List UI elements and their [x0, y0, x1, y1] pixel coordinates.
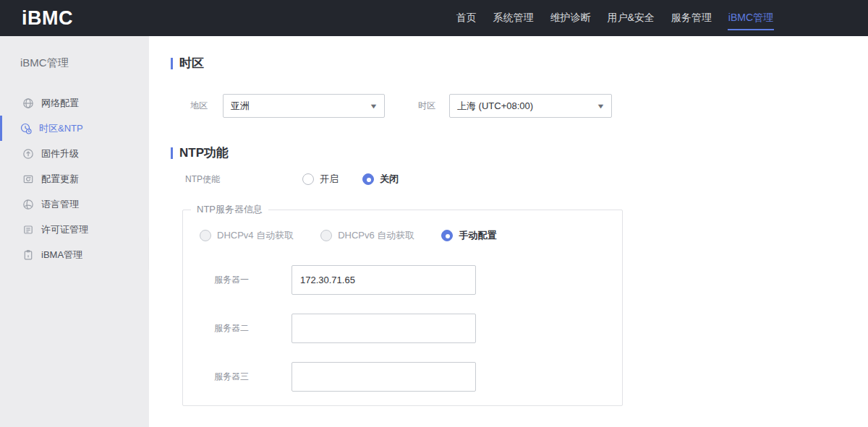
radio-icon	[362, 173, 374, 185]
server-one-input[interactable]	[292, 265, 476, 295]
ntp-enable-on-radio[interactable]: 开启	[302, 173, 339, 186]
region-select[interactable]: 亚洲 ▼	[223, 94, 385, 118]
config-update-icon	[22, 173, 34, 185]
sidebar-item-timezone-ntp[interactable]: 时区&NTP	[0, 116, 149, 141]
sidebar-item-label: 网络配置	[41, 97, 79, 110]
timezone-section-header: 时区	[171, 55, 868, 72]
region-label: 地区	[190, 100, 223, 112]
server-two-row: 服务器二	[214, 314, 622, 343]
sidebar-item-config-update[interactable]: 配置更新	[0, 166, 149, 191]
sidebar-item-label: 许可证管理	[41, 223, 88, 236]
ntp-mode-row: DHCPv4 自动获取 DHCPv6 自动获取 手动配置	[200, 229, 622, 242]
server-two-input[interactable]	[292, 314, 476, 343]
sidebar-item-label: 语言管理	[41, 198, 79, 211]
sidebar-item-label: 时区&NTP	[39, 122, 83, 135]
ibmc-logo: iBMC	[22, 7, 73, 30]
ntp-enable-row: NTP使能 开启 关闭	[185, 173, 868, 186]
server-three-label: 服务器三	[214, 371, 292, 383]
timezone-label: 时区	[418, 100, 449, 112]
timezone-selected-value: 上海 (UTC+08:00)	[457, 100, 533, 113]
ntp-enable-label: NTP使能	[185, 173, 302, 186]
server-three-input[interactable]	[292, 362, 476, 392]
top-bar: iBMC 首页 系统管理 维护诊断 用户&安全 服务管理 iBMC管理	[0, 0, 868, 36]
top-navigation: 首页 系统管理 维护诊断 用户&安全 服务管理 iBMC管理	[455, 0, 774, 36]
sidebar-item-label: 固件升级	[41, 147, 79, 160]
radio-label: 手动配置	[459, 229, 496, 242]
radio-label: 关闭	[380, 173, 399, 186]
network-globe-icon	[22, 98, 34, 109]
sidebar-item-ibma-management[interactable]: iBMA管理	[0, 242, 149, 267]
server-one-row: 服务器一	[214, 265, 622, 295]
main-content: 时区 地区 亚洲 ▼ 时区 上海 (UTC+08:00) ▼ NTP功能 NTP…	[149, 36, 868, 427]
timezone-select[interactable]: 上海 (UTC+08:00) ▼	[449, 94, 612, 118]
server-three-row: 服务器三	[214, 362, 622, 392]
nav-item-system[interactable]: 系统管理	[492, 0, 534, 36]
manual-config-radio[interactable]: 手动配置	[441, 229, 496, 242]
ntp-section-header: NTP功能	[171, 145, 868, 161]
ntp-section-title: NTP功能	[179, 145, 229, 161]
sidebar: iBMC管理 网络配置 时区&NTP	[0, 36, 149, 427]
radio-label: 开启	[320, 173, 339, 186]
sidebar-item-language-management[interactable]: 语言管理	[0, 191, 149, 217]
timezone-form-row: 地区 亚洲 ▼ 时区 上海 (UTC+08:00) ▼	[190, 94, 868, 118]
sidebar-title: iBMC管理	[20, 56, 149, 70]
nav-item-services[interactable]: 服务管理	[671, 0, 712, 36]
nav-item-user-security[interactable]: 用户&安全	[606, 0, 655, 36]
sidebar-menu: 网络配置 时区&NTP 固件升级	[0, 90, 149, 267]
chevron-down-icon: ▼	[596, 103, 605, 110]
ibma-icon	[22, 249, 34, 261]
region-selected-value: 亚洲	[231, 100, 250, 113]
sidebar-item-network-config[interactable]: 网络配置	[0, 90, 149, 116]
nav-item-ibmc-management[interactable]: iBMC管理	[728, 0, 774, 36]
timezone-section-title: 时区	[179, 55, 204, 72]
ntp-server-info-legend: NTP服务器信息	[191, 203, 268, 216]
ntp-enable-off-radio[interactable]: 关闭	[362, 173, 399, 186]
radio-icon	[320, 230, 332, 241]
radio-icon	[302, 173, 314, 185]
radio-icon	[200, 230, 211, 241]
ntp-server-info-group: NTP服务器信息 DHCPv4 自动获取 DHCPv6 自动获取 手动配置 服务…	[182, 203, 623, 406]
section-accent-bar	[171, 58, 173, 69]
radio-label: DHCPv4 自动获取	[217, 229, 294, 242]
nav-item-home[interactable]: 首页	[455, 0, 477, 36]
sidebar-item-firmware-upgrade[interactable]: 固件升级	[0, 141, 149, 166]
language-icon	[22, 199, 34, 210]
server-two-label: 服务器二	[214, 322, 292, 335]
sidebar-item-label: iBMA管理	[41, 249, 82, 262]
dhcpv4-auto-radio[interactable]: DHCPv4 自动获取	[200, 229, 294, 242]
radio-label: DHCPv6 自动获取	[338, 229, 414, 242]
firmware-upgrade-icon	[22, 148, 34, 160]
radio-icon	[441, 230, 453, 241]
license-icon	[22, 224, 34, 236]
section-accent-bar	[171, 147, 173, 159]
sidebar-item-license-management[interactable]: 许可证管理	[0, 217, 149, 242]
chevron-down-icon: ▼	[369, 103, 378, 110]
nav-item-maintenance[interactable]: 维护诊断	[549, 0, 591, 36]
sidebar-item-label: 配置更新	[41, 173, 79, 186]
dhcpv6-auto-radio[interactable]: DHCPv6 自动获取	[320, 229, 414, 242]
server-one-label: 服务器一	[214, 274, 292, 286]
timezone-clock-icon	[20, 123, 32, 134]
